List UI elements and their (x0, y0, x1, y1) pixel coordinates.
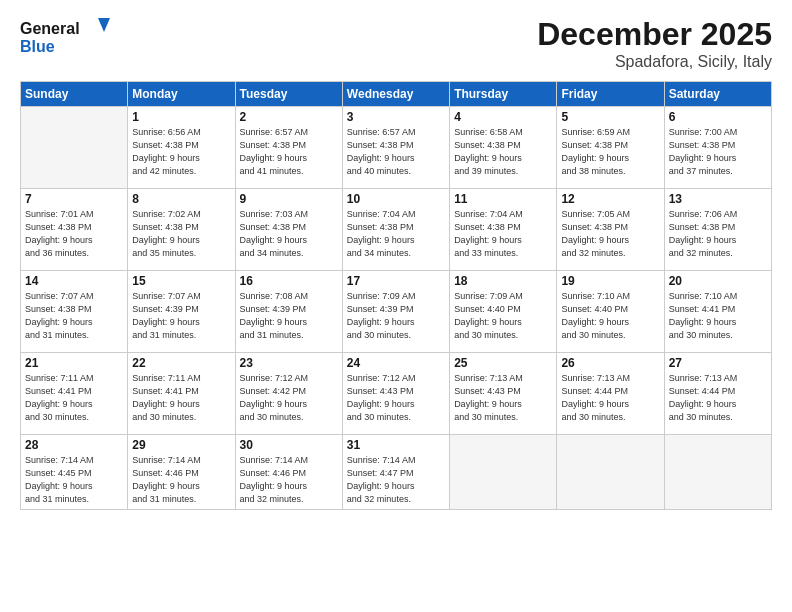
calendar-cell: 18Sunrise: 7:09 AMSunset: 4:40 PMDayligh… (450, 271, 557, 353)
day-info: Sunrise: 7:06 AMSunset: 4:38 PMDaylight:… (669, 208, 767, 260)
calendar-cell (450, 435, 557, 510)
day-number: 26 (561, 356, 659, 370)
day-info: Sunrise: 7:03 AMSunset: 4:38 PMDaylight:… (240, 208, 338, 260)
day-number: 14 (25, 274, 123, 288)
day-info: Sunrise: 7:01 AMSunset: 4:38 PMDaylight:… (25, 208, 123, 260)
day-number: 29 (132, 438, 230, 452)
calendar-cell: 29Sunrise: 7:14 AMSunset: 4:46 PMDayligh… (128, 435, 235, 510)
calendar-cell: 25Sunrise: 7:13 AMSunset: 4:43 PMDayligh… (450, 353, 557, 435)
day-number: 18 (454, 274, 552, 288)
day-info: Sunrise: 7:14 AMSunset: 4:47 PMDaylight:… (347, 454, 445, 506)
calendar-cell: 6Sunrise: 7:00 AMSunset: 4:38 PMDaylight… (664, 107, 771, 189)
svg-marker-2 (98, 18, 110, 32)
calendar-cell: 13Sunrise: 7:06 AMSunset: 4:38 PMDayligh… (664, 189, 771, 271)
month-year: December 2025 (537, 16, 772, 53)
weekday-monday: Monday (128, 82, 235, 107)
day-info: Sunrise: 7:07 AMSunset: 4:38 PMDaylight:… (25, 290, 123, 342)
svg-text:General: General (20, 20, 80, 37)
day-number: 8 (132, 192, 230, 206)
calendar-cell: 12Sunrise: 7:05 AMSunset: 4:38 PMDayligh… (557, 189, 664, 271)
calendar-cell: 26Sunrise: 7:13 AMSunset: 4:44 PMDayligh… (557, 353, 664, 435)
day-info: Sunrise: 7:04 AMSunset: 4:38 PMDaylight:… (347, 208, 445, 260)
day-info: Sunrise: 7:05 AMSunset: 4:38 PMDaylight:… (561, 208, 659, 260)
weekday-sunday: Sunday (21, 82, 128, 107)
day-number: 7 (25, 192, 123, 206)
week-row-4: 21Sunrise: 7:11 AMSunset: 4:41 PMDayligh… (21, 353, 772, 435)
weekday-saturday: Saturday (664, 82, 771, 107)
day-number: 1 (132, 110, 230, 124)
calendar-cell: 21Sunrise: 7:11 AMSunset: 4:41 PMDayligh… (21, 353, 128, 435)
day-info: Sunrise: 7:11 AMSunset: 4:41 PMDaylight:… (132, 372, 230, 424)
day-number: 27 (669, 356, 767, 370)
day-number: 25 (454, 356, 552, 370)
calendar-cell (664, 435, 771, 510)
day-number: 21 (25, 356, 123, 370)
calendar-cell: 14Sunrise: 7:07 AMSunset: 4:38 PMDayligh… (21, 271, 128, 353)
week-row-3: 14Sunrise: 7:07 AMSunset: 4:38 PMDayligh… (21, 271, 772, 353)
location: Spadafora, Sicily, Italy (537, 53, 772, 71)
day-number: 3 (347, 110, 445, 124)
day-number: 28 (25, 438, 123, 452)
day-info: Sunrise: 7:08 AMSunset: 4:39 PMDaylight:… (240, 290, 338, 342)
logo: General Blue (20, 16, 110, 54)
week-row-2: 7Sunrise: 7:01 AMSunset: 4:38 PMDaylight… (21, 189, 772, 271)
day-info: Sunrise: 7:14 AMSunset: 4:46 PMDaylight:… (240, 454, 338, 506)
weekday-friday: Friday (557, 82, 664, 107)
calendar-cell: 23Sunrise: 7:12 AMSunset: 4:42 PMDayligh… (235, 353, 342, 435)
calendar-cell: 17Sunrise: 7:09 AMSunset: 4:39 PMDayligh… (342, 271, 449, 353)
calendar-cell: 9Sunrise: 7:03 AMSunset: 4:38 PMDaylight… (235, 189, 342, 271)
calendar-cell: 7Sunrise: 7:01 AMSunset: 4:38 PMDaylight… (21, 189, 128, 271)
day-info: Sunrise: 6:57 AMSunset: 4:38 PMDaylight:… (240, 126, 338, 178)
day-number: 24 (347, 356, 445, 370)
calendar-cell: 5Sunrise: 6:59 AMSunset: 4:38 PMDaylight… (557, 107, 664, 189)
day-info: Sunrise: 7:02 AMSunset: 4:38 PMDaylight:… (132, 208, 230, 260)
day-number: 13 (669, 192, 767, 206)
week-row-1: 1Sunrise: 6:56 AMSunset: 4:38 PMDaylight… (21, 107, 772, 189)
calendar-cell: 10Sunrise: 7:04 AMSunset: 4:38 PMDayligh… (342, 189, 449, 271)
svg-text:Blue: Blue (20, 38, 55, 54)
calendar-cell: 22Sunrise: 7:11 AMSunset: 4:41 PMDayligh… (128, 353, 235, 435)
day-number: 4 (454, 110, 552, 124)
header: General Blue December 2025 Spadafora, Si… (20, 16, 772, 71)
day-info: Sunrise: 7:04 AMSunset: 4:38 PMDaylight:… (454, 208, 552, 260)
day-info: Sunrise: 7:12 AMSunset: 4:42 PMDaylight:… (240, 372, 338, 424)
day-info: Sunrise: 6:58 AMSunset: 4:38 PMDaylight:… (454, 126, 552, 178)
day-info: Sunrise: 7:00 AMSunset: 4:38 PMDaylight:… (669, 126, 767, 178)
calendar-cell: 4Sunrise: 6:58 AMSunset: 4:38 PMDaylight… (450, 107, 557, 189)
calendar-cell: 30Sunrise: 7:14 AMSunset: 4:46 PMDayligh… (235, 435, 342, 510)
day-info: Sunrise: 7:14 AMSunset: 4:45 PMDaylight:… (25, 454, 123, 506)
week-row-5: 28Sunrise: 7:14 AMSunset: 4:45 PMDayligh… (21, 435, 772, 510)
day-info: Sunrise: 7:13 AMSunset: 4:44 PMDaylight:… (669, 372, 767, 424)
day-number: 19 (561, 274, 659, 288)
day-number: 6 (669, 110, 767, 124)
day-number: 22 (132, 356, 230, 370)
day-info: Sunrise: 7:10 AMSunset: 4:41 PMDaylight:… (669, 290, 767, 342)
day-number: 11 (454, 192, 552, 206)
day-info: Sunrise: 7:14 AMSunset: 4:46 PMDaylight:… (132, 454, 230, 506)
calendar-cell: 19Sunrise: 7:10 AMSunset: 4:40 PMDayligh… (557, 271, 664, 353)
day-number: 31 (347, 438, 445, 452)
day-info: Sunrise: 6:56 AMSunset: 4:38 PMDaylight:… (132, 126, 230, 178)
logo-svg: General Blue (20, 16, 110, 54)
calendar-cell: 15Sunrise: 7:07 AMSunset: 4:39 PMDayligh… (128, 271, 235, 353)
weekday-tuesday: Tuesday (235, 82, 342, 107)
calendar-cell: 24Sunrise: 7:12 AMSunset: 4:43 PMDayligh… (342, 353, 449, 435)
calendar-cell: 28Sunrise: 7:14 AMSunset: 4:45 PMDayligh… (21, 435, 128, 510)
day-number: 23 (240, 356, 338, 370)
day-number: 17 (347, 274, 445, 288)
calendar: SundayMondayTuesdayWednesdayThursdayFrid… (20, 81, 772, 510)
day-info: Sunrise: 7:10 AMSunset: 4:40 PMDaylight:… (561, 290, 659, 342)
calendar-cell (557, 435, 664, 510)
day-number: 16 (240, 274, 338, 288)
title-block: December 2025 Spadafora, Sicily, Italy (537, 16, 772, 71)
calendar-cell: 31Sunrise: 7:14 AMSunset: 4:47 PMDayligh… (342, 435, 449, 510)
day-info: Sunrise: 6:59 AMSunset: 4:38 PMDaylight:… (561, 126, 659, 178)
weekday-header-row: SundayMondayTuesdayWednesdayThursdayFrid… (21, 82, 772, 107)
day-info: Sunrise: 7:09 AMSunset: 4:40 PMDaylight:… (454, 290, 552, 342)
calendar-cell: 8Sunrise: 7:02 AMSunset: 4:38 PMDaylight… (128, 189, 235, 271)
day-info: Sunrise: 7:11 AMSunset: 4:41 PMDaylight:… (25, 372, 123, 424)
calendar-cell: 2Sunrise: 6:57 AMSunset: 4:38 PMDaylight… (235, 107, 342, 189)
day-info: Sunrise: 6:57 AMSunset: 4:38 PMDaylight:… (347, 126, 445, 178)
day-number: 20 (669, 274, 767, 288)
weekday-wednesday: Wednesday (342, 82, 449, 107)
